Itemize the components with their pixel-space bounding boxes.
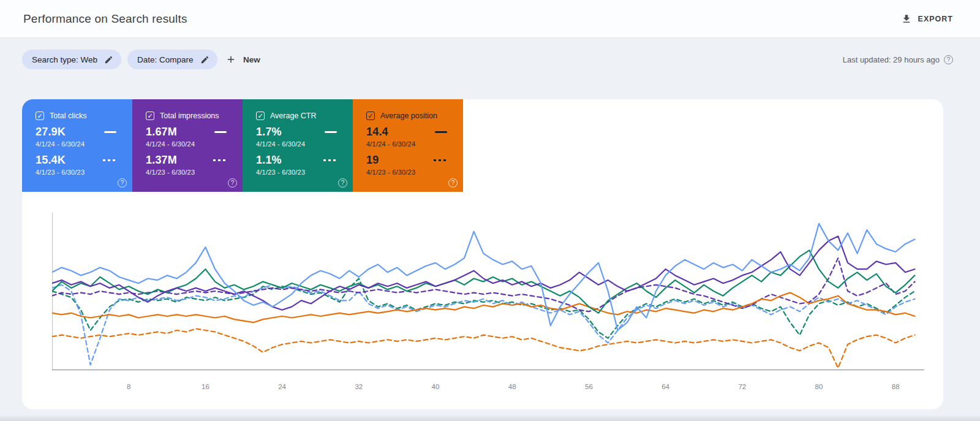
metric-current-value: 27.9K: [36, 126, 66, 138]
checkbox-checked-icon[interactable]: [366, 112, 375, 120]
metric-card-average-ctr[interactable]: Average CTR 1.7% 4/1/24 - 6/30/24 1.1% 4…: [243, 99, 353, 192]
metric-previous-value: 19: [366, 154, 379, 167]
series-total-clicks-4-1-23-6-30-23: [52, 285, 915, 365]
metric-card-total-impressions[interactable]: Total impressions 1.67M 4/1/24 - 6/30/24…: [132, 99, 243, 192]
dashed-line-legend-icon: [434, 159, 447, 161]
x-tick-label: 8: [127, 383, 130, 390]
line-chart-canvas[interactable]: 816243240485664728088: [52, 213, 924, 396]
series-average-position-4-1-23-6-30-23: [52, 328, 915, 368]
metric-current-range: 4/1/24 - 6/30/24: [36, 140, 132, 148]
page-title: Performance on Search results: [23, 0, 187, 37]
metric-current-row: 1.7%: [256, 126, 337, 138]
metric-cards: Total clicks 27.9K 4/1/24 - 6/30/24 15.4…: [22, 99, 463, 192]
dashed-line-legend-icon: [213, 159, 227, 161]
metric-label: Average CTR: [270, 112, 317, 120]
x-tick-label: 72: [738, 383, 746, 390]
metric-previous-range: 4/1/23 - 6/30/23: [36, 169, 132, 176]
solid-line-legend-icon: [435, 131, 447, 133]
metric-previous-value: 1.1%: [256, 154, 282, 167]
metric-current-row: 14.4: [366, 126, 447, 138]
metric-previous-row: 15.4K: [36, 154, 116, 167]
performance-chart[interactable]: 816243240485664728088: [52, 213, 924, 396]
metric-previous-row: 1.37M: [146, 154, 227, 167]
metric-current-row: 1.67M: [146, 126, 227, 138]
metric-previous-range: 4/1/23 - 6/30/23: [146, 169, 243, 176]
metric-current-row: 27.9K: [36, 126, 116, 138]
help-icon[interactable]: [228, 178, 237, 188]
metric-label-row: Average CTR: [256, 112, 353, 120]
filter-chip-date[interactable]: Date: Compare: [127, 50, 217, 69]
metric-label: Total clicks: [50, 112, 86, 120]
filter-chip-date-label: Date: Compare: [137, 55, 194, 64]
x-tick-label: 80: [815, 383, 823, 390]
metric-previous-value: 1.37M: [146, 154, 177, 167]
metric-current-value: 1.7%: [256, 126, 282, 138]
series-average-position-4-1-24-6-30-24: [52, 293, 915, 323]
metric-label: Total impressions: [160, 112, 219, 120]
metric-card-average-position[interactable]: Average position 14.4 4/1/24 - 6/30/24 1…: [353, 99, 463, 192]
new-filter-button[interactable]: New: [225, 50, 260, 69]
metric-label-row: Total clicks: [36, 112, 132, 120]
metric-previous-range: 4/1/23 - 6/30/23: [366, 169, 463, 176]
x-tick-label: 64: [662, 383, 669, 390]
plus-icon: [225, 54, 236, 65]
export-label: EXPORT: [918, 15, 953, 23]
help-icon[interactable]: [944, 55, 953, 64]
metric-label-row: Total impressions: [146, 112, 243, 120]
edit-pencil-icon[interactable]: [200, 55, 209, 64]
checkbox-checked-icon[interactable]: [256, 112, 265, 120]
x-tick-label: 24: [278, 383, 286, 390]
help-icon[interactable]: [118, 178, 127, 188]
performance-panel: Total clicks 27.9K 4/1/24 - 6/30/24 15.4…: [22, 99, 943, 409]
page-bottom-edge: [0, 415, 980, 421]
last-updated: Last updated: 29 hours ago: [843, 50, 953, 69]
page-header: Performance on Search results EXPORT: [0, 0, 980, 38]
download-icon: [901, 13, 912, 25]
solid-line-legend-icon: [325, 131, 337, 133]
filter-chip-search-type-label: Search type: Web: [32, 55, 97, 64]
new-filter-label: New: [243, 55, 260, 64]
metric-current-range: 4/1/24 - 6/30/24: [256, 140, 353, 148]
metric-label-row: Average position: [366, 112, 463, 120]
solid-line-legend-icon: [104, 131, 116, 133]
metric-current-range: 4/1/24 - 6/30/24: [146, 140, 243, 148]
checkbox-checked-icon[interactable]: [36, 112, 44, 120]
filter-chip-search-type[interactable]: Search type: Web: [22, 50, 121, 69]
dashed-line-legend-icon: [323, 159, 337, 161]
metric-current-value: 1.67M: [146, 126, 177, 138]
help-icon[interactable]: [448, 178, 458, 188]
metric-previous-row: 1.1%: [256, 154, 337, 167]
x-tick-label: 32: [355, 383, 363, 390]
metric-card-total-clicks[interactable]: Total clicks 27.9K 4/1/24 - 6/30/24 15.4…: [22, 99, 132, 192]
checkbox-checked-icon[interactable]: [146, 112, 154, 120]
dashed-line-legend-icon: [103, 159, 116, 161]
metric-previous-row: 19: [366, 154, 447, 167]
export-button[interactable]: EXPORT: [901, 0, 953, 37]
x-tick-label: 48: [508, 383, 516, 390]
solid-line-legend-icon: [214, 131, 227, 133]
metric-previous-range: 4/1/23 - 6/30/23: [256, 169, 353, 176]
metric-current-value: 14.4: [366, 126, 388, 138]
metric-previous-value: 15.4K: [36, 154, 66, 167]
x-tick-label: 40: [432, 383, 440, 390]
edit-pencil-icon[interactable]: [104, 55, 113, 64]
last-updated-text: Last updated: 29 hours ago: [843, 55, 940, 64]
metric-label: Average position: [380, 112, 437, 120]
help-icon[interactable]: [338, 178, 347, 188]
filter-chip-row: Search type: Web Date: Compare: [22, 50, 217, 69]
x-tick-label: 88: [892, 383, 900, 390]
x-tick-label: 16: [202, 383, 209, 390]
x-tick-label: 56: [585, 383, 593, 390]
metric-current-range: 4/1/24 - 6/30/24: [366, 140, 463, 148]
